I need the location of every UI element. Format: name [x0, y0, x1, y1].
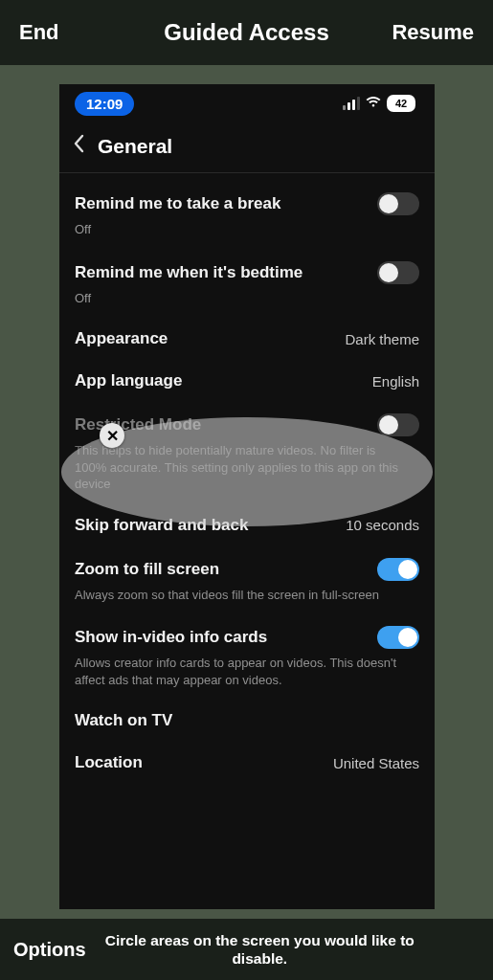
row-value: English [372, 373, 419, 390]
row-label: Restricted Mode [75, 415, 201, 434]
row-label: Watch on TV [75, 711, 172, 730]
toggle-restricted-mode[interactable] [377, 413, 419, 436]
end-button[interactable]: End [19, 20, 59, 45]
row-restricted-mode[interactable]: Restricted Mode This helps to hide poten… [75, 400, 419, 502]
options-button[interactable]: Options [13, 939, 86, 961]
row-app-language[interactable]: App language English [75, 358, 419, 400]
battery-indicator: 42 [387, 95, 415, 112]
row-label: Remind me to take a break [75, 194, 280, 213]
status-icons: 42 [343, 95, 415, 112]
row-label: Location [75, 753, 143, 772]
status-bar: 12:09 42 [59, 84, 435, 122]
status-time: 12:09 [75, 92, 134, 116]
resume-button[interactable]: Resume [392, 20, 474, 45]
row-desc: This helps to hide potentially mature vi… [75, 442, 400, 493]
row-info-cards[interactable]: Show in-video info cards Allows creator … [75, 612, 419, 698]
cellular-signal-icon [343, 97, 360, 110]
toggle-zoom[interactable] [377, 558, 419, 581]
nav-bar: General [59, 122, 435, 173]
row-sub: Off [75, 290, 419, 307]
guided-access-bottom-bar: Options Circle areas on the screen you w… [0, 919, 493, 980]
row-sub: Off [75, 221, 419, 238]
close-icon: ✕ [106, 427, 119, 445]
row-value: United States [333, 755, 419, 771]
row-label: App language [75, 371, 182, 390]
settings-list: Remind me to take a break Off Remind me … [59, 173, 435, 782]
row-desc: Allows creator info cards to appear on v… [75, 655, 400, 688]
row-value: Dark theme [345, 331, 419, 347]
wifi-icon [366, 96, 381, 111]
row-desc: Always zoom so that videos fill the scre… [75, 587, 400, 604]
row-bedtime[interactable]: Remind me when it's bedtime Off [75, 248, 419, 317]
guided-access-hint: Circle areas on the screen you would lik… [98, 931, 480, 969]
guided-access-top-bar: End Guided Access Resume [0, 0, 493, 65]
row-zoom[interactable]: Zoom to fill screen Always zoom so that … [75, 545, 419, 613]
row-appearance[interactable]: Appearance Dark theme [75, 316, 419, 358]
row-label: Remind me when it's bedtime [75, 263, 303, 282]
row-skip[interactable]: Skip forward and back 10 seconds [75, 502, 419, 545]
phone-frame: 12:09 42 General Remind me to take a bre… [59, 84, 435, 909]
mask-remove-button[interactable]: ✕ [100, 423, 124, 448]
toggle-take-a-break[interactable] [377, 192, 419, 215]
toggle-bedtime[interactable] [377, 261, 419, 284]
toggle-info-cards[interactable] [377, 626, 419, 649]
row-label: Zoom to fill screen [75, 560, 219, 579]
row-take-a-break[interactable]: Remind me to take a break Off [75, 179, 419, 248]
page-title: General [98, 135, 172, 158]
row-label: Skip forward and back [75, 516, 248, 535]
row-label: Show in-video info cards [75, 628, 267, 647]
row-label: Appearance [75, 329, 168, 348]
guided-access-title: Guided Access [164, 19, 329, 46]
row-value: 10 seconds [346, 517, 419, 533]
row-watch-on-tv[interactable]: Watch on TV [75, 698, 419, 740]
row-location[interactable]: Location United States [75, 740, 419, 782]
back-button[interactable] [73, 134, 84, 159]
